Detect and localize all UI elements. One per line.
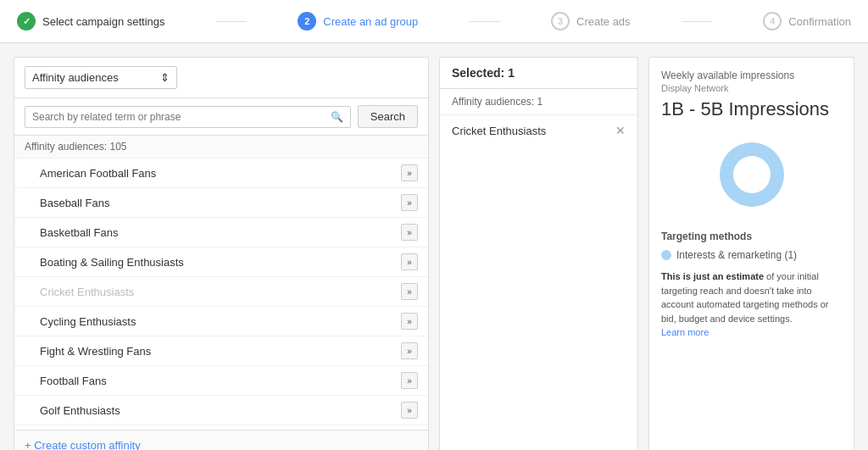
audience-item-label: Cycling Enthusiasts: [40, 315, 136, 328]
remove-audience-button[interactable]: ✕: [615, 124, 626, 137]
audience-item-label: Football Fans: [40, 375, 107, 387]
learn-more-link[interactable]: Learn more: [661, 327, 709, 337]
audience-item-label: Golf Enthusiasts: [40, 404, 120, 417]
search-row: 🔍 Search: [14, 98, 428, 136]
list-header: Affinity audiences: 105: [14, 136, 428, 158]
audience-list-item[interactable]: Football Fans»: [14, 366, 428, 396]
wizard-step-1[interactable]: ✓ Select campaign settings: [17, 12, 165, 31]
main-container: Affinity audiences ⇕ 🔍 Search Affinity a…: [0, 43, 868, 450]
middle-panel: Selected: 1 Affinity audiences: 1 Cricke…: [439, 57, 638, 450]
dropdown-label: Affinity audiences: [32, 71, 119, 84]
add-audience-button: »: [401, 283, 418, 300]
wizard-connector-1: [216, 21, 248, 22]
audience-type-dropdown[interactable]: Affinity audiences ⇕: [25, 66, 177, 89]
step-circle-2: 2: [298, 12, 316, 31]
left-panel-header: Affinity audiences ⇕: [14, 58, 428, 98]
left-panel-footer: + Create custom affinity: [14, 430, 428, 450]
legend-dot-interests: [661, 250, 671, 260]
add-audience-button[interactable]: »: [401, 194, 418, 211]
wizard-step-3[interactable]: 3 Create ads: [551, 12, 631, 31]
audience-list-item[interactable]: American Football Fans»: [14, 158, 428, 188]
legend-item-interests: Interests & remarketing (1): [661, 249, 842, 261]
audience-item-label: Fight & Wrestling Fans: [40, 345, 151, 358]
search-icon: 🔍: [331, 111, 343, 123]
svg-point-1: [733, 156, 771, 193]
step-label-4: Confirmation: [788, 15, 851, 28]
audience-list-item[interactable]: Cycling Enthusiasts»: [14, 307, 428, 336]
right-panel: Weekly available impressions Display Net…: [648, 57, 854, 450]
audience-list-item[interactable]: Basketball Fans»: [14, 218, 428, 247]
audience-list-item[interactable]: Baseball Fans»: [14, 188, 428, 218]
impressions-sub-label: Display Network: [661, 83, 842, 93]
selected-count-header: Selected: 1: [440, 58, 637, 89]
audience-list-item[interactable]: Fight & Wrestling Fans»: [14, 336, 428, 366]
chart-container: [661, 132, 842, 217]
wizard-bar: ✓ Select campaign settings 2 Create an a…: [0, 0, 868, 43]
audience-list-item: Cricket Enthusiasts»: [14, 277, 428, 307]
targeting-methods-heading: Targeting methods: [661, 231, 842, 242]
wizard-connector-3: [682, 21, 713, 22]
add-audience-button[interactable]: »: [401, 164, 418, 181]
add-audience-button[interactable]: »: [401, 342, 418, 359]
step-label-2: Create an ad group: [323, 15, 418, 28]
search-input[interactable]: [32, 111, 327, 123]
wizard-step-4[interactable]: 4 Confirmation: [763, 12, 851, 31]
search-wrapper: 🔍: [25, 106, 351, 128]
add-audience-button[interactable]: »: [401, 224, 418, 241]
audience-item-label: Cricket Enthusiasts: [40, 286, 134, 298]
add-audience-button[interactable]: »: [401, 372, 418, 389]
step-label-3: Create ads: [576, 15, 631, 28]
create-custom-affinity-button[interactable]: + Create custom affinity: [25, 439, 141, 450]
left-panel: Affinity audiences ⇕ 🔍 Search Affinity a…: [14, 57, 429, 450]
legend-label-interests: Interests & remarketing (1): [676, 249, 797, 261]
impressions-label: Weekly available impressions: [661, 69, 842, 81]
step-circle-4: 4: [763, 12, 782, 31]
audience-item-label: Baseball Fans: [40, 197, 109, 209]
audience-item-label: American Football Fans: [40, 167, 156, 180]
selected-audience-label: Cricket Enthusiasts: [452, 125, 546, 137]
wizard-connector-2: [469, 21, 500, 22]
search-button[interactable]: Search: [358, 105, 418, 128]
step-circle-3: 3: [551, 12, 570, 31]
donut-chart: [709, 132, 794, 217]
estimate-text: This is just an estimate of your initial…: [661, 269, 842, 340]
add-audience-button[interactable]: »: [401, 253, 418, 270]
affinity-audiences-count: Affinity audiences: 1: [440, 89, 637, 115]
audience-item-label: Basketball Fans: [40, 226, 119, 239]
audience-list-item[interactable]: Boating & Sailing Enthusiasts»: [14, 247, 428, 277]
audience-list: American Football Fans»Baseball Fans»Bas…: [14, 158, 428, 430]
step-circle-1: ✓: [17, 12, 36, 31]
wizard-step-2[interactable]: 2 Create an ad group: [298, 12, 418, 31]
estimate-bold: This is just an estimate: [661, 271, 764, 281]
impressions-value: 1B - 5B Impressions: [661, 98, 842, 120]
add-audience-button[interactable]: »: [401, 402, 418, 419]
chevron-down-icon: ⇕: [160, 71, 170, 84]
selected-audience-item: Cricket Enthusiasts ✕: [440, 115, 637, 146]
audience-item-label: Boating & Sailing Enthusiasts: [40, 256, 184, 269]
audience-list-item[interactable]: Golf Enthusiasts»: [14, 396, 428, 425]
add-audience-button[interactable]: »: [401, 313, 418, 330]
step-label-1: Select campaign settings: [42, 15, 165, 28]
